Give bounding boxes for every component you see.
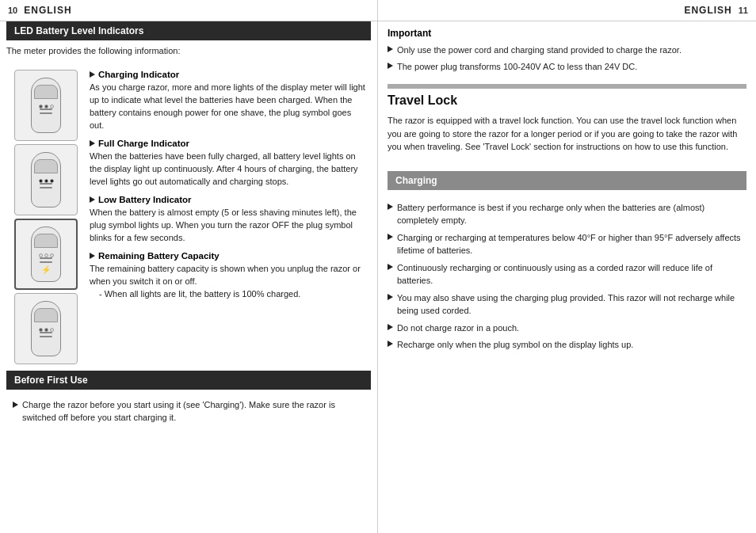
travel-lock-title: Travel Lock [388, 93, 746, 108]
remaining-battery-title: Remaining Battery Capacity [90, 251, 367, 261]
important-section: Important Only use the power cord and ch… [388, 28, 746, 73]
razor-dot-2b [40, 187, 52, 188]
bullet-1 [90, 71, 95, 78]
low-battery-indicator-title: Low Battery Indicator [90, 195, 367, 204]
razor-dot-4b [40, 336, 52, 337]
razor-image-2 [14, 144, 78, 215]
razor-head-4 [34, 308, 58, 322]
important-item-1: Only use the power cord and charging sta… [388, 44, 746, 57]
razor-dots-3 [40, 257, 52, 263]
charging-item-6: Recharge only when the plug symbol on th… [388, 338, 746, 352]
bullet-before-use [13, 402, 18, 408]
charging-header: Charging [388, 171, 746, 190]
remaining-battery-sub: - When all lights are lit, the battery i… [99, 288, 367, 301]
charging-indicator-section: Charging Indicator As you charge razor, … [90, 70, 367, 132]
left-page-lang: ENGLISH [24, 5, 71, 16]
important-bullet-1 [388, 46, 393, 52]
charging-content: Battery performance is best if you recha… [378, 195, 756, 362]
charging-bullet-4 [388, 294, 393, 300]
charging-item-3: Continuously recharging or continuously … [388, 261, 746, 287]
bullet-2 [90, 140, 95, 147]
low-battery-indicator-section: Low Battery Indicator When the battery i… [90, 195, 367, 245]
charging-item-5: Do not charge razor in a pouch. [388, 322, 746, 335]
led-indicators-header: LED Battery Level Indicators [6, 21, 371, 40]
right-page: ENGLISH 11 Important Only use the power … [378, 0, 756, 533]
low-battery-indicator-text: When the battery is almost empty (5 or l… [90, 207, 367, 245]
left-page-header: 10 ENGLISH [0, 0, 377, 21]
left-page-number: 10 [8, 6, 17, 15]
full-charge-indicator-section: Full Charge Indicator When the batteries… [90, 139, 367, 188]
left-page: 10 ENGLISH LED Battery Level Indicators … [0, 0, 378, 533]
indicators-content: ⚡ [6, 63, 371, 371]
razor-head-2 [34, 159, 58, 173]
razor-dots-4 [40, 332, 52, 337]
gray-divider-1 [388, 84, 746, 89]
razor-head-3 [34, 234, 58, 248]
razor-body-2 [31, 152, 61, 207]
plug-symbol-3: ⚡ [41, 265, 51, 274]
razor-body-1 [31, 78, 61, 133]
indicators-text-column: Charging Indicator As you charge razor, … [86, 70, 367, 364]
full-charge-indicator-title: Full Charge Indicator [90, 139, 367, 148]
charging-item-4: You may also shave using the charging pl… [388, 291, 746, 318]
razor-dots-1 [40, 109, 52, 114]
charging-item-1: Battery performance is best if you recha… [388, 201, 746, 227]
charging-bullet-6 [388, 341, 393, 347]
razor-dot-3b [40, 261, 52, 263]
remaining-battery-text: The remaining battery capacity is shown … [90, 263, 367, 288]
right-page-number: 11 [739, 6, 748, 15]
razor-dot-2a [40, 183, 52, 185]
razor-dot-4a [40, 332, 52, 333]
razor-image-4 [14, 293, 78, 364]
razor-dots-2 [40, 183, 52, 188]
razor-dot-3a [40, 257, 52, 259]
travel-lock-text: The razor is equipped with a travel lock… [388, 114, 746, 154]
bullet-3 [90, 196, 95, 203]
right-page-lang: ENGLISH [684, 5, 731, 16]
before-first-use-section: Charge the razor before you start using … [6, 394, 371, 429]
razor-images-column: ⚡ [10, 70, 82, 364]
razor-dot-1b [40, 112, 52, 114]
right-page-header: ENGLISH 11 [378, 0, 756, 21]
charging-bullet-1 [388, 204, 393, 210]
charging-indicator-title: Charging Indicator [90, 70, 367, 79]
charging-bullet-5 [388, 324, 393, 330]
razor-head-1 [34, 85, 58, 99]
important-bullet-2 [388, 63, 393, 69]
charging-item-2: Charging or recharging at temperatures b… [388, 231, 746, 257]
important-item-2: The power plug transforms 100-240V AC to… [388, 60, 746, 74]
before-first-use-header: Before First Use [6, 371, 371, 390]
charging-bullet-3 [388, 264, 393, 270]
remaining-battery-section: Remaining Battery Capacity The remaining… [90, 251, 367, 301]
left-inner-content: LED Battery Level Indicators The meter p… [0, 21, 377, 436]
razor-body-4 [31, 301, 61, 356]
razor-body-3: ⚡ [31, 227, 61, 282]
full-charge-indicator-text: When the batteries have been fully charg… [90, 150, 367, 188]
important-title: Important [388, 28, 746, 39]
intro-text: The meter provides the following informa… [6, 45, 371, 57]
charging-indicator-text: As you charge razor, more and more light… [90, 82, 367, 132]
razor-image-3: ⚡ [14, 219, 78, 290]
before-use-item-1: Charge the razor before you start using … [13, 399, 365, 424]
bullet-4 [90, 253, 95, 259]
razor-dot-1a [40, 109, 52, 110]
travel-lock-section: Travel Lock The razor is equipped with a… [388, 93, 746, 154]
right-inner-content: Important Only use the power cord and ch… [378, 21, 756, 171]
page-container: 10 ENGLISH LED Battery Level Indicators … [0, 0, 756, 533]
charging-bullet-2 [388, 234, 393, 240]
razor-image-1 [14, 70, 78, 141]
